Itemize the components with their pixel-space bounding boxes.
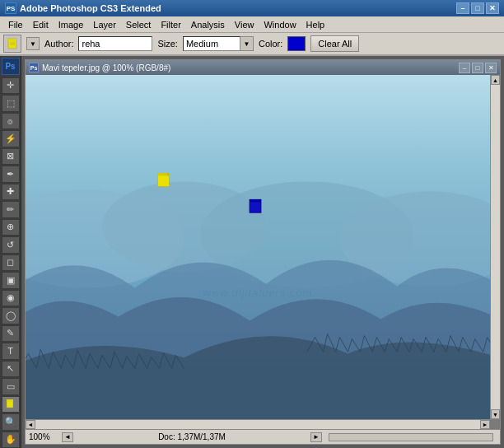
status-scrollbar[interactable] xyxy=(329,433,493,441)
clear-all-button[interactable]: Clear All xyxy=(310,35,359,52)
tool-crop[interactable]: ⊠ xyxy=(2,148,20,166)
tool-move[interactable]: ✛ xyxy=(2,77,20,95)
tool-type[interactable]: T xyxy=(2,343,20,360)
tool-eraser[interactable]: ◻ xyxy=(2,254,20,272)
status-nav-left[interactable]: ◄ xyxy=(62,432,73,442)
horizontal-scrollbar[interactable]: ◄ ► xyxy=(26,419,490,429)
size-value: Medium xyxy=(183,36,240,51)
close-button[interactable]: ✕ xyxy=(486,2,499,14)
tool-notes[interactable] xyxy=(2,396,20,413)
scroll-up-button[interactable]: ▲ xyxy=(491,75,500,85)
svg-rect-5 xyxy=(7,399,13,402)
tool-zoom[interactable]: 🔍 xyxy=(2,413,20,431)
window-controls: – □ ✕ xyxy=(456,2,499,14)
color-label: Color: xyxy=(259,39,282,49)
tool-preset-dropdown[interactable]: ▼ xyxy=(26,37,40,50)
app-icon: PS xyxy=(5,2,16,14)
document-window: Ps Mavi tepeler.jpg @ 100% (RGB/8#) – □ … xyxy=(25,59,501,445)
doc-maximize-button[interactable]: □ xyxy=(472,63,483,73)
maximize-button[interactable]: □ xyxy=(471,2,484,14)
svg-rect-14 xyxy=(167,173,170,175)
menu-filter[interactable]: Filter xyxy=(156,18,185,31)
zoom-level: 100% xyxy=(29,432,58,441)
menu-window[interactable]: Window xyxy=(259,18,301,31)
svg-rect-1 xyxy=(8,39,16,41)
notes-icon xyxy=(7,38,18,49)
scroll-right-button[interactable]: ► xyxy=(480,420,490,429)
color-picker[interactable] xyxy=(287,36,306,51)
tool-healing[interactable]: ✚ xyxy=(2,184,20,201)
menu-file[interactable]: File xyxy=(3,18,28,31)
tool-hand[interactable]: ✋ xyxy=(2,432,20,449)
tool-blur[interactable]: ◉ xyxy=(2,290,20,307)
size-label: Size: xyxy=(157,39,177,49)
tool-history-brush[interactable]: ↺ xyxy=(2,236,20,254)
tool-gradient[interactable]: ▣ xyxy=(2,272,20,289)
image-background: www.dijitalders.com xyxy=(26,75,490,419)
main-area: Ps ✛ ⬚ ⌾ ⚡ ⊠ ✒ ✚ ✏ ⊕ ↺ ◻ ▣ ◉ ◯ ✎ T ↖ ▭ 🔍… xyxy=(0,56,504,448)
menu-edit[interactable]: Edit xyxy=(28,18,54,31)
author-input[interactable] xyxy=(78,36,152,51)
image-canvas[interactable]: www.dijitalders.com xyxy=(26,75,490,419)
status-bar: 100% ◄ Doc: 1,37M/1,37M ► xyxy=(26,429,500,444)
scroll-h-track[interactable] xyxy=(35,420,480,429)
tool-brush[interactable]: ✏ xyxy=(2,201,20,218)
menu-view[interactable]: View xyxy=(230,18,259,31)
mountain-svg: www.dijitalders.com xyxy=(26,75,490,419)
tool-clone-stamp[interactable]: ⊕ xyxy=(2,219,20,236)
tool-eyedropper[interactable]: ✒ xyxy=(2,166,20,183)
menu-image[interactable]: Image xyxy=(54,18,89,31)
menu-select[interactable]: Select xyxy=(121,18,156,31)
ps-logo: Ps xyxy=(2,58,20,75)
options-bar: ▼ Author: Size: Medium ▼ Color: Clear Al… xyxy=(0,33,504,56)
minimize-button[interactable]: – xyxy=(456,2,469,14)
tool-magic-wand[interactable]: ⚡ xyxy=(2,130,20,147)
size-selector[interactable]: Medium ▼ xyxy=(183,36,254,51)
vertical-scrollbar[interactable]: ▲ ▼ xyxy=(490,75,500,419)
app-title: Adobe Photoshop CS3 Extended xyxy=(20,3,161,13)
document-title: Mavi tepeler.jpg @ 100% (RGB/8#) xyxy=(42,63,170,72)
document-controls: – □ ✕ xyxy=(459,63,497,73)
toolbar: Ps ✛ ⬚ ⌾ ⚡ ⊠ ✒ ✚ ✏ ⊕ ↺ ◻ ▣ ◉ ◯ ✎ T ↖ ▭ 🔍… xyxy=(0,56,21,448)
tool-path-selection[interactable]: ↖ xyxy=(2,361,20,378)
menu-bar: File Edit Image Layer Select Filter Anal… xyxy=(0,16,504,33)
tool-shape[interactable]: ▭ xyxy=(2,378,20,395)
doc-minimize-button[interactable]: – xyxy=(459,63,470,73)
doc-info: Doc: 1,37M/1,37M xyxy=(77,432,307,441)
author-label: Author: xyxy=(44,39,73,49)
scroll-down-button[interactable]: ▼ xyxy=(491,409,500,419)
status-nav-right[interactable]: ► xyxy=(310,432,322,442)
document-icon: Ps xyxy=(29,63,39,72)
svg-rect-17 xyxy=(259,199,261,202)
notes-tool-icon xyxy=(6,399,16,409)
tool-preset-picker[interactable] xyxy=(3,35,21,53)
menu-layer[interactable]: Layer xyxy=(88,18,121,31)
doc-close-button[interactable]: ✕ xyxy=(485,63,497,73)
tool-dodge[interactable]: ◯ xyxy=(2,307,20,324)
svg-text:www.dijitalders.com: www.dijitalders.com xyxy=(203,287,312,299)
scroll-v-track[interactable] xyxy=(491,85,500,409)
tool-lasso[interactable]: ⌾ xyxy=(2,113,20,130)
size-dropdown-arrow[interactable]: ▼ xyxy=(240,36,254,51)
menu-help[interactable]: Help xyxy=(301,18,330,31)
scroll-left-button[interactable]: ◄ xyxy=(26,420,35,429)
tool-pen[interactable]: ✎ xyxy=(2,325,20,343)
document-titlebar: Ps Mavi tepeler.jpg @ 100% (RGB/8#) – □ … xyxy=(26,60,500,75)
canvas-container: www.dijitalders.com xyxy=(26,75,500,429)
tool-marquee[interactable]: ⬚ xyxy=(2,95,20,112)
title-bar: PS Adobe Photoshop CS3 Extended – □ ✕ xyxy=(0,0,504,16)
menu-analysis[interactable]: Analysis xyxy=(186,18,230,31)
